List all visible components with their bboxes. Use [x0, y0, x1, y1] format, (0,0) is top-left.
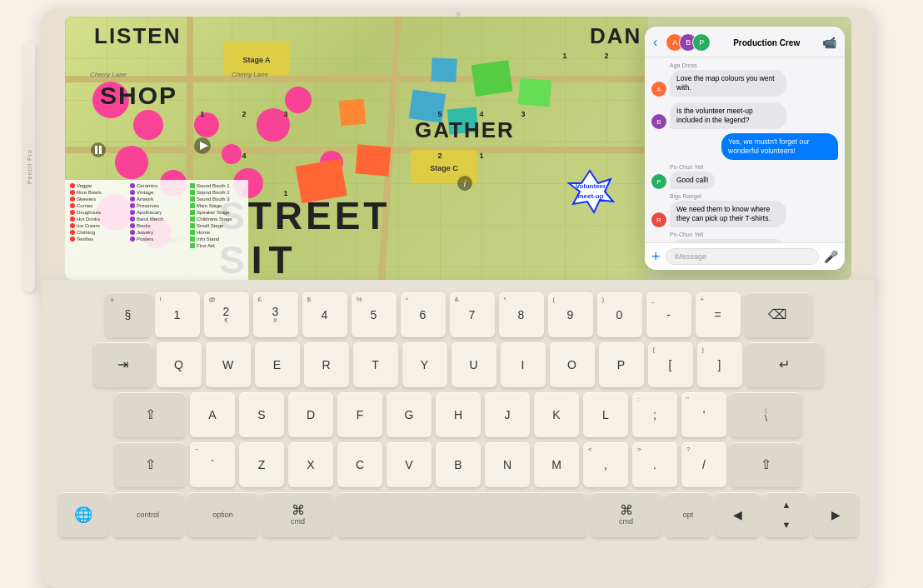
- message-row: P Po-Chun Yell Good call!: [651, 164, 838, 189]
- key-return[interactable]: ↵: [746, 342, 823, 387]
- message-row: B Is the volunteer meet-up included in t…: [651, 101, 838, 129]
- key-space[interactable]: [337, 492, 586, 537]
- key-equals[interactable]: +=: [696, 292, 741, 337]
- key-minus[interactable]: _-: [646, 292, 691, 337]
- key-p[interactable]: P: [599, 342, 644, 387]
- key-capslock[interactable]: ⇪: [115, 392, 186, 437]
- map-area: Stage A Stage C Cherry Lane Cherry Lane …: [65, 17, 648, 280]
- key-i[interactable]: I: [501, 342, 546, 387]
- key-period[interactable]: >.: [632, 442, 677, 487]
- keyboard-row-numbers: ± § !1 @2€ £3# $4 %5 ^6 &7 *8 (9 )0 _- +…: [58, 292, 858, 337]
- key-3[interactable]: £3#: [253, 292, 298, 337]
- sender-name: Po-Chun Yell: [670, 232, 786, 237]
- key-command-left[interactable]: ⌘ cmd: [262, 492, 333, 537]
- key-7[interactable]: &7: [450, 292, 495, 337]
- key-1[interactable]: !1: [155, 292, 200, 337]
- message-bubble: Yes, we mustn't forget our wonderful vol…: [721, 133, 838, 160]
- key-y[interactable]: Y: [402, 342, 447, 387]
- key-g[interactable]: G: [387, 392, 432, 437]
- svg-rect-18: [356, 144, 392, 176]
- key-quote[interactable]: "': [681, 392, 726, 437]
- key-w[interactable]: W: [206, 342, 251, 387]
- key-t[interactable]: T: [353, 342, 398, 387]
- conversation-title: Production Crew: [716, 38, 817, 47]
- key-d[interactable]: D: [288, 392, 333, 437]
- key-arrow-up-down[interactable]: ▲ ▼: [764, 492, 809, 537]
- svg-text:GATHER: GATHER: [415, 117, 515, 142]
- key-f[interactable]: F: [337, 392, 382, 437]
- video-call-button[interactable]: 📹: [822, 36, 836, 49]
- key-command-right[interactable]: ⌘ cmd: [591, 492, 661, 537]
- key-backtick[interactable]: ~`: [190, 442, 235, 487]
- messages-back-button[interactable]: ‹: [653, 35, 657, 50]
- key-arrow-right[interactable]: ▶: [813, 492, 858, 537]
- key-n[interactable]: N: [485, 442, 530, 487]
- key-u[interactable]: U: [452, 342, 496, 387]
- sender-name: Aga Dross: [670, 62, 786, 68]
- key-section[interactable]: ± §: [106, 292, 151, 337]
- message-bubble: Good call!: [670, 172, 715, 189]
- key-x[interactable]: X: [288, 442, 333, 487]
- message-row: Yes, we mustn't forget our wonderful vol…: [651, 133, 838, 160]
- messages-input-area: + iMessage 🎤: [645, 242, 845, 270]
- message-row: P Po-Chun Yell And, of course, where the…: [651, 232, 838, 242]
- key-2[interactable]: @2€: [204, 292, 249, 337]
- sender-avatar: B: [651, 114, 666, 129]
- key-5[interactable]: %5: [352, 292, 397, 337]
- messages-header: ‹ A B P Production Crew 📹: [645, 27, 845, 57]
- key-slash[interactable]: ?/: [681, 442, 726, 487]
- svg-point-7: [115, 146, 148, 179]
- ipad-screen[interactable]: Stage A Stage C Cherry Lane Cherry Lane …: [65, 17, 851, 280]
- key-k[interactable]: K: [534, 392, 579, 437]
- key-o[interactable]: O: [550, 342, 595, 387]
- key-0[interactable]: )0: [597, 292, 642, 337]
- key-semicolon[interactable]: :;: [632, 392, 677, 437]
- message-row: A Aga Dross Love the map colours you wen…: [651, 62, 838, 97]
- key-v[interactable]: V: [387, 442, 432, 487]
- key-open-bracket[interactable]: {[: [648, 342, 693, 387]
- key-r[interactable]: R: [304, 342, 349, 387]
- key-c[interactable]: C: [337, 442, 382, 487]
- message-mic-button[interactable]: 🎤: [824, 250, 838, 263]
- key-arrow-left[interactable]: ◀: [715, 492, 760, 537]
- apple-pencil-pro: Pencil Pro: [23, 42, 35, 292]
- svg-text:DAN: DAN: [590, 23, 641, 48]
- key-h[interactable]: H: [436, 392, 481, 437]
- key-j[interactable]: J: [485, 392, 530, 437]
- pencil-label: Pencil Pro: [27, 149, 32, 184]
- key-6[interactable]: ^6: [401, 292, 446, 337]
- key-q[interactable]: Q: [157, 342, 202, 387]
- key-b[interactable]: B: [436, 442, 481, 487]
- message-row: R Bigs Rangel We need them to know where…: [651, 193, 838, 227]
- message-input[interactable]: iMessage: [666, 248, 819, 265]
- sender-name: Po-Chun Yell: [670, 164, 715, 170]
- key-e[interactable]: E: [255, 342, 300, 387]
- key-8[interactable]: *8: [499, 292, 544, 337]
- message-add-button[interactable]: +: [651, 249, 661, 264]
- svg-rect-61: [99, 146, 102, 154]
- sender-avatar: P: [651, 174, 666, 189]
- key-shift-left[interactable]: ⇧: [115, 442, 186, 487]
- key-a[interactable]: A: [190, 392, 235, 437]
- key-s[interactable]: S: [239, 392, 284, 437]
- key-globe[interactable]: 🌐: [58, 492, 108, 537]
- svg-text:3: 3: [283, 110, 287, 118]
- key-m[interactable]: M: [534, 442, 579, 487]
- key-control[interactable]: control: [112, 492, 183, 537]
- key-4[interactable]: $4: [302, 292, 347, 337]
- key-backslash[interactable]: |\: [731, 392, 801, 437]
- key-backspace[interactable]: ⌫: [745, 292, 811, 337]
- key-9[interactable]: (9: [548, 292, 593, 337]
- svg-text:1: 1: [479, 152, 483, 160]
- svg-rect-22: [431, 57, 457, 82]
- key-tab[interactable]: ⇥: [94, 342, 152, 387]
- key-comma[interactable]: <,: [583, 442, 628, 487]
- key-shift-right[interactable]: ⇧: [731, 442, 801, 487]
- key-option-right[interactable]: opt: [666, 492, 711, 537]
- key-close-bracket[interactable]: }]: [697, 342, 742, 387]
- key-option-left[interactable]: option: [187, 492, 258, 537]
- svg-text:1: 1: [562, 52, 566, 60]
- key-z[interactable]: Z: [239, 442, 284, 487]
- svg-text:LISTEN: LISTEN: [94, 23, 181, 48]
- key-l[interactable]: L: [583, 392, 628, 437]
